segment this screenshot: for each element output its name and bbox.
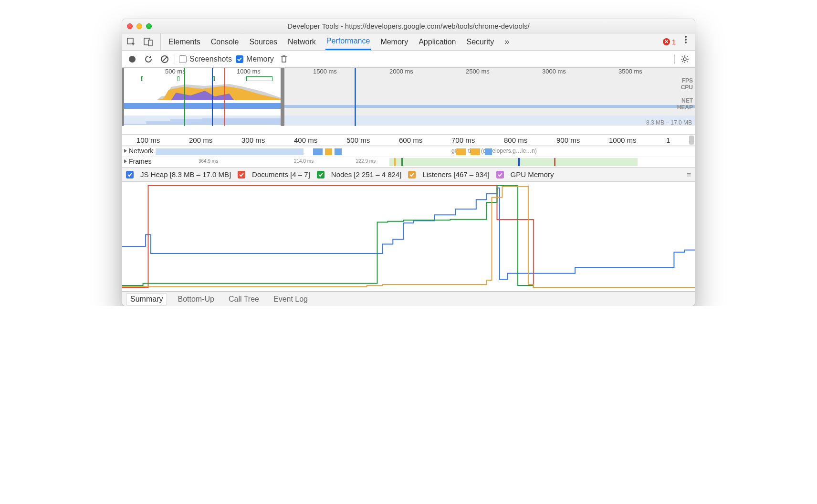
frames-track[interactable]: Frames 364.9 ms 214.0 ms 222.9 ms — [122, 157, 695, 167]
overview-tick: 3500 ms — [618, 68, 642, 75]
devtools-window: Developer Tools - https://developers.goo… — [122, 19, 695, 306]
memory-legend: JS Heap [8.3 MB – 17.0 MB] Documents [4 … — [122, 168, 695, 182]
svg-line-8 — [162, 57, 167, 62]
overview-handle-left[interactable] — [122, 68, 124, 126]
tab-memory[interactable]: Memory — [379, 33, 409, 50]
minimize-icon[interactable] — [136, 23, 142, 29]
tab-console[interactable]: Console — [210, 33, 240, 50]
overview-panel[interactable]: 500 ms 1000 ms 1500 ms 2000 ms 2500 ms 3… — [122, 68, 695, 135]
clear-recording-icon[interactable] — [278, 53, 290, 65]
settings-icon[interactable] — [679, 53, 691, 65]
memory-checkbox[interactable] — [236, 55, 243, 63]
tab-summary[interactable]: Summary — [126, 293, 167, 305]
tab-elements[interactable]: Elements — [168, 33, 201, 50]
svg-line-17 — [687, 56, 688, 57]
screenshots-label: Screenshots — [189, 55, 232, 63]
svg-point-4 — [685, 39, 687, 41]
network-track-label: Network — [129, 147, 153, 155]
tracks-panel: Network lopers.google.com/ (developers.g… — [122, 146, 695, 168]
titlebar: Developer Tools - https://developers.goo… — [122, 19, 695, 33]
detail-ruler[interactable]: 100 ms 200 ms 300 ms 400 ms 500 ms 600 m… — [122, 135, 695, 146]
screenshots-toggle[interactable]: Screenshots — [179, 55, 232, 63]
expand-icon[interactable] — [124, 159, 127, 163]
tab-call-tree[interactable]: Call Tree — [225, 294, 263, 305]
chart-series — [122, 188, 695, 279]
legend-menu-icon[interactable]: ≡ — [687, 170, 691, 178]
svg-point-5 — [685, 42, 687, 43]
svg-line-15 — [687, 61, 688, 62]
legend-checkbox-documents[interactable] — [238, 171, 245, 178]
window-title: Developer Tools - https://developers.goo… — [122, 22, 695, 30]
legend-jsheap: JS Heap [8.3 MB – 17.0 MB] — [140, 170, 231, 178]
record-button[interactable] — [126, 53, 138, 65]
tab-network[interactable]: Network — [287, 33, 317, 50]
overview-tick: 500 ms — [165, 68, 186, 75]
legend-gpu: GPU Memory — [511, 170, 554, 178]
maximize-icon[interactable] — [146, 23, 152, 29]
network-track[interactable]: Network lopers.google.com/ (developers.g… — [122, 146, 695, 157]
svg-point-3 — [685, 36, 687, 38]
tab-application[interactable]: Application — [418, 33, 457, 50]
scrollbar-vertical[interactable] — [689, 136, 694, 145]
tabs-overflow-icon[interactable] — [503, 33, 510, 50]
legend-checkbox-gpu[interactable] — [496, 171, 504, 178]
svg-point-6 — [129, 56, 136, 63]
error-icon: ✕ — [663, 38, 670, 45]
window-controls — [127, 23, 152, 29]
legend-checkbox-nodes[interactable] — [317, 171, 325, 178]
overview-tick: 2000 ms — [389, 68, 413, 75]
reload-button[interactable] — [142, 53, 155, 65]
legend-checkbox-listeners[interactable] — [408, 171, 416, 178]
frames-track-label: Frames — [129, 158, 151, 165]
tab-sources[interactable]: Sources — [248, 33, 278, 50]
tab-performance[interactable]: Performance — [325, 33, 371, 50]
chart-series — [122, 186, 695, 287]
tab-event-log[interactable]: Event Log — [270, 294, 312, 305]
chart-series — [122, 186, 695, 287]
error-count-value: 1 — [672, 38, 676, 46]
legend-checkbox-jsheap[interactable] — [126, 171, 134, 178]
overview-heap-range: 8.3 MB – 17.0 MB — [646, 119, 692, 126]
overview-tick: 1000 ms — [237, 68, 261, 75]
performance-toolbar: Screenshots Memory — [122, 51, 695, 68]
memory-chart[interactable] — [122, 182, 695, 292]
overview-tick: 1500 ms — [313, 68, 337, 75]
details-tabs: Summary Bottom-Up Call Tree Event Log — [122, 292, 695, 306]
tab-bottom-up[interactable]: Bottom-Up — [174, 294, 218, 305]
inspect-icon[interactable] — [125, 36, 137, 48]
overview-handle-right[interactable] — [281, 68, 284, 126]
svg-line-14 — [682, 56, 683, 57]
expand-icon[interactable] — [124, 149, 127, 153]
svg-line-16 — [682, 61, 683, 62]
cpu-activity — [157, 82, 283, 100]
main-tabs-bar: Elements Console Sources Network Perform… — [122, 33, 695, 51]
overview-tick: 3000 ms — [542, 68, 566, 75]
clear-button[interactable] — [158, 53, 171, 65]
memory-toggle[interactable]: Memory — [236, 55, 274, 63]
memory-label: Memory — [246, 55, 274, 63]
device-toggle-icon[interactable] — [142, 36, 155, 48]
svg-point-9 — [683, 58, 686, 61]
close-icon[interactable] — [127, 23, 133, 29]
legend-listeners: Listeners [467 – 934] — [422, 170, 489, 178]
main-tabs: Elements Console Sources Network Perform… — [165, 33, 663, 50]
svg-rect-2 — [148, 40, 152, 46]
kebab-menu-icon[interactable] — [680, 33, 692, 46]
chart-series — [122, 186, 695, 287]
tab-security[interactable]: Security — [465, 33, 495, 50]
screenshots-checkbox[interactable] — [179, 55, 187, 63]
legend-documents: Documents [4 – 7] — [252, 170, 310, 178]
error-count[interactable]: ✕ 1 — [663, 33, 676, 50]
overview-tick: 2500 ms — [466, 68, 490, 75]
overview-labels: FPS CPU NET HEAP — [677, 77, 693, 111]
legend-nodes: Nodes [2 251 – 4 824] — [331, 170, 402, 178]
